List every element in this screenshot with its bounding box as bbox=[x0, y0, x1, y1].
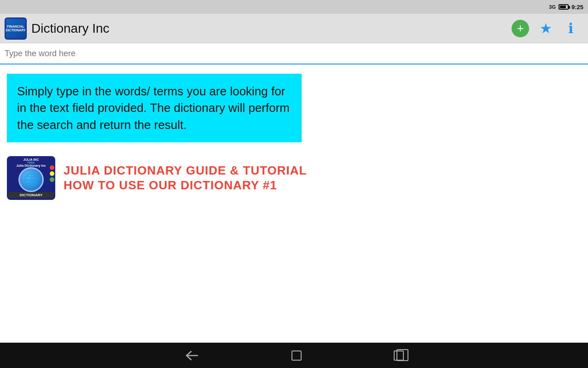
home-button[interactable] bbox=[291, 350, 302, 361]
tutorial-title-line2: HOW TO USE OUR DICTIONARY #1 bbox=[64, 178, 307, 193]
search-input[interactable] bbox=[5, 43, 583, 64]
app-logo: FINANCIALDICTIONARY bbox=[5, 18, 27, 40]
back-icon bbox=[185, 350, 199, 361]
status-bar: 3G 9:25 bbox=[0, 0, 588, 14]
back-button[interactable] bbox=[185, 350, 199, 361]
toolbar-actions: + ★ ℹ bbox=[512, 20, 579, 37]
recents-icon bbox=[394, 350, 404, 361]
info-icon: ℹ bbox=[568, 20, 573, 36]
tutorial-title-line1: JULIA DICTIONARY GUIDE & TUTORIAL bbox=[64, 164, 307, 178]
thumb-bottom-label: DICTIONARY bbox=[8, 192, 54, 198]
status-time: 9:25 bbox=[571, 4, 583, 11]
green-light bbox=[50, 177, 54, 182]
yellow-light bbox=[50, 171, 54, 176]
recents-button[interactable] bbox=[394, 350, 404, 361]
tutorial-text-block: JULIA DICTIONARY GUIDE & TUTORIAL HOW TO… bbox=[64, 164, 307, 192]
home-icon bbox=[291, 350, 302, 361]
star-icon: ★ bbox=[540, 20, 552, 36]
traffic-lights bbox=[50, 165, 54, 182]
nav-bar bbox=[0, 343, 588, 368]
signal-indicator: 3G bbox=[549, 4, 556, 10]
app-bar: FINANCIALDICTIONARY Dictionary Inc + ★ ℹ bbox=[0, 14, 588, 43]
thumb-top-label: JULIA INC FREE Julia Dictionary Inc bbox=[8, 158, 54, 167]
tutorial-thumbnail: JULIA INC FREE Julia Dictionary Inc 🌐 DI… bbox=[7, 156, 55, 200]
info-button[interactable]: ℹ bbox=[562, 20, 579, 37]
tutorial-card[interactable]: JULIA INC FREE Julia Dictionary Inc 🌐 DI… bbox=[7, 156, 581, 200]
globe-icon: 🌐 bbox=[18, 167, 44, 192]
globe-graphic: 🌐 bbox=[23, 172, 39, 187]
red-light bbox=[50, 165, 54, 170]
info-box: Simply type in the words/ terms you are … bbox=[7, 74, 302, 142]
add-button[interactable]: + bbox=[512, 20, 529, 37]
info-box-text: Simply type in the words/ terms you are … bbox=[17, 83, 291, 133]
search-bar bbox=[0, 43, 588, 64]
battery-icon bbox=[559, 4, 569, 10]
favorites-button[interactable]: ★ bbox=[537, 20, 554, 37]
add-icon: + bbox=[517, 22, 524, 34]
main-content: Simply type in the words/ terms you are … bbox=[0, 64, 588, 209]
app-title: Dictionary Inc bbox=[31, 21, 507, 36]
